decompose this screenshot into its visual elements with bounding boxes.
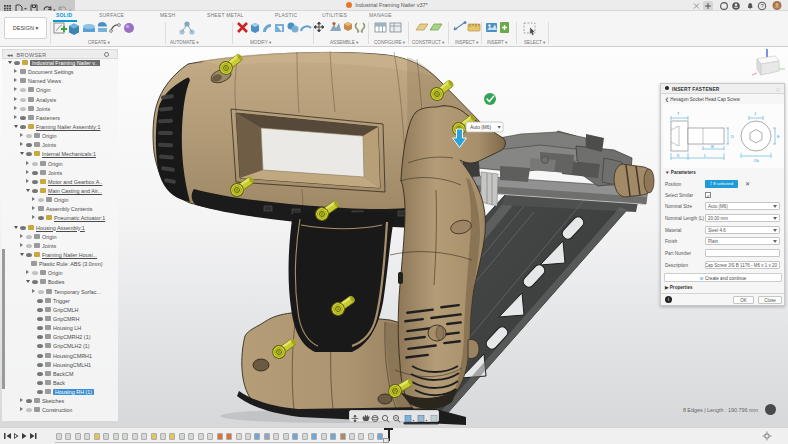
svg-text:Auto (M6): Auto (M6): [470, 125, 491, 130]
svg-text:K: K: [677, 153, 680, 158]
svg-text:?: ?: [761, 3, 765, 9]
svg-text:B: B: [711, 144, 714, 149]
svg-text:D: D: [731, 134, 734, 139]
svg-text:J: J: [754, 111, 756, 116]
svg-text:Dk: Dk: [754, 158, 759, 163]
svg-text:E: E: [777, 134, 780, 139]
